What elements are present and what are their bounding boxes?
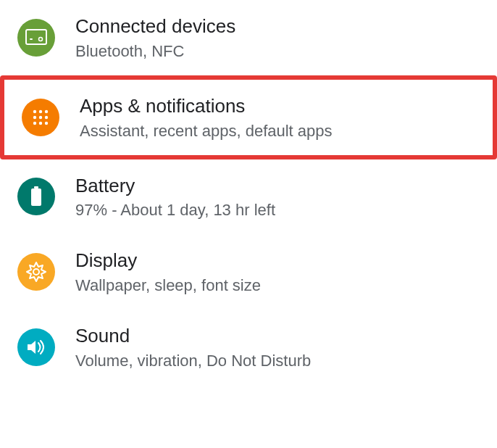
svg-rect-12 bbox=[34, 186, 38, 188]
svg-point-5 bbox=[45, 109, 48, 112]
item-subtitle: Volume, vibration, Do Not Disturb bbox=[75, 352, 311, 370]
svg-point-6 bbox=[33, 115, 36, 118]
svg-point-7 bbox=[39, 115, 42, 118]
item-text: Connected devices Bluetooth, NFC bbox=[75, 14, 235, 61]
item-title: Sound bbox=[75, 324, 311, 349]
apps-icon bbox=[22, 99, 59, 136]
item-text: Apps & notifications Assistant, recent a… bbox=[80, 94, 333, 141]
settings-list: Connected devices Bluetooth, NFC Apps & … bbox=[0, 0, 497, 385]
svg-rect-13 bbox=[31, 188, 41, 206]
svg-point-8 bbox=[45, 115, 48, 118]
item-subtitle: 97% - About 1 day, 13 hr left bbox=[75, 201, 275, 220]
item-text: Display Wallpaper, sleep, font size bbox=[75, 249, 261, 295]
display-icon bbox=[17, 253, 55, 291]
settings-item-apps-notifications[interactable]: Apps & notifications Assistant, recent a… bbox=[0, 75, 497, 159]
svg-point-9 bbox=[33, 121, 36, 124]
battery-icon bbox=[17, 178, 55, 215]
settings-item-display[interactable]: Display Wallpaper, sleep, font size bbox=[0, 234, 497, 310]
settings-item-connected-devices[interactable]: Connected devices Bluetooth, NFC bbox=[0, 0, 497, 75]
item-subtitle: Assistant, recent apps, default apps bbox=[80, 122, 333, 141]
sound-icon bbox=[17, 328, 55, 366]
svg-point-11 bbox=[45, 121, 48, 124]
svg-point-14 bbox=[33, 269, 39, 275]
settings-item-battery[interactable]: Battery 97% - About 1 day, 13 hr left bbox=[0, 159, 497, 235]
connected-devices-icon bbox=[17, 19, 55, 57]
item-subtitle: Wallpaper, sleep, font size bbox=[75, 276, 261, 295]
item-title: Battery bbox=[75, 174, 275, 199]
item-text: Battery 97% - About 1 day, 13 hr left bbox=[75, 174, 275, 220]
item-text: Sound Volume, vibration, Do Not Disturb bbox=[75, 324, 311, 370]
svg-point-10 bbox=[39, 121, 42, 124]
item-subtitle: Bluetooth, NFC bbox=[75, 42, 235, 61]
settings-item-sound[interactable]: Sound Volume, vibration, Do Not Disturb bbox=[0, 310, 497, 385]
item-title: Apps & notifications bbox=[80, 94, 333, 119]
svg-rect-1 bbox=[30, 38, 33, 40]
svg-point-4 bbox=[39, 109, 42, 112]
svg-point-2 bbox=[39, 37, 43, 41]
svg-rect-0 bbox=[26, 30, 46, 44]
item-title: Display bbox=[75, 249, 261, 273]
svg-point-3 bbox=[33, 109, 36, 112]
item-title: Connected devices bbox=[75, 14, 235, 39]
